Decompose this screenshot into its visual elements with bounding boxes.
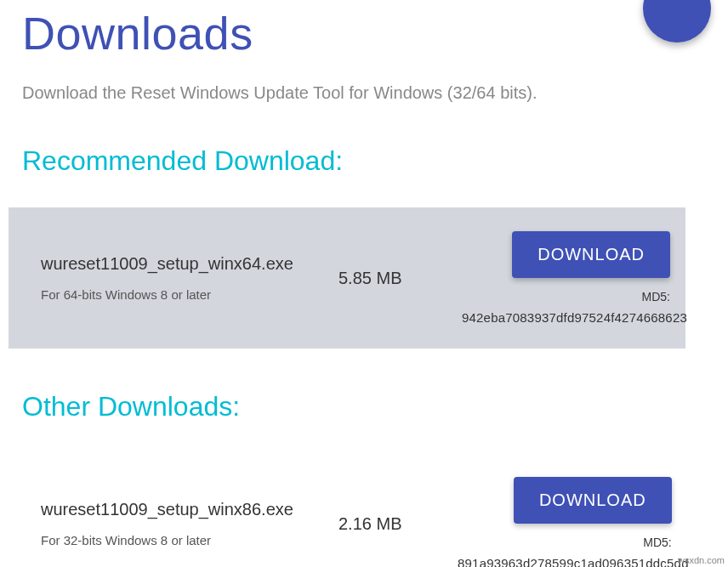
md5-label: MD5: — [642, 290, 670, 303]
page-title: Downloads — [22, 7, 728, 60]
file-size: 5.85 MB — [338, 269, 458, 288]
download-button[interactable]: DOWNLOAD — [512, 231, 670, 278]
watermark: wsxdn.com — [678, 555, 725, 565]
recommended-download-card: wureset11009_setup_winx64.exe For 64-bit… — [9, 207, 685, 349]
md5-value: 942eba7083937dfd97524f4274668623 — [462, 310, 687, 325]
other-heading: Other Downloads: — [22, 391, 728, 422]
file-description: For 32-bits Windows 8 or later — [41, 533, 338, 547]
recommended-heading: Recommended Download: — [22, 145, 728, 177]
md5-value: 891a93963d278599c1ad096351ddc5dd — [458, 556, 689, 567]
download-button[interactable]: DOWNLOAD — [514, 477, 672, 524]
file-info: wureset11009_setup_winx64.exe For 64-bit… — [41, 254, 338, 302]
file-name: wureset11009_setup_winx64.exe — [41, 254, 338, 274]
file-name: wureset11009_setup_winx86.exe — [41, 500, 338, 519]
file-size: 2.16 MB — [338, 514, 458, 534]
download-column: DOWNLOAD MD5: 891a93963d278599c1ad096351… — [458, 477, 672, 567]
download-column: DOWNLOAD MD5: 942eba7083937dfd97524f4274… — [458, 231, 670, 325]
other-download-card: wureset11009_setup_winx86.exe For 32-bit… — [9, 453, 685, 567]
file-description: For 64-bits Windows 8 or later — [41, 287, 338, 302]
md5-label: MD5: — [643, 536, 671, 549]
page-subtitle: Download the Reset Windows Update Tool f… — [22, 83, 728, 103]
file-info: wureset11009_setup_winx86.exe For 32-bit… — [41, 500, 338, 547]
